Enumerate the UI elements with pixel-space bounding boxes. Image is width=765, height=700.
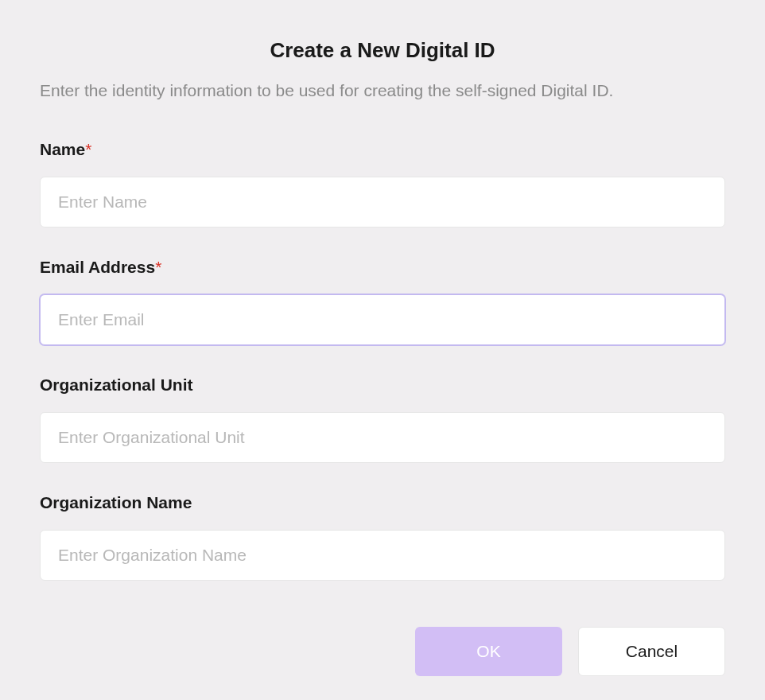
org-name-input[interactable] xyxy=(40,530,725,581)
email-label-text: Email Address xyxy=(40,258,155,276)
cancel-button[interactable]: Cancel xyxy=(578,627,725,676)
name-group: Name* xyxy=(40,140,725,228)
button-row: OK Cancel xyxy=(40,627,725,676)
org-unit-group: Organizational Unit xyxy=(40,375,725,463)
org-unit-label: Organizational Unit xyxy=(40,375,725,395)
email-label: Email Address* xyxy=(40,258,725,277)
name-input[interactable] xyxy=(40,177,725,228)
required-marker: * xyxy=(155,258,161,276)
org-name-group: Organization Name xyxy=(40,493,725,581)
ok-button[interactable]: OK xyxy=(415,627,562,676)
org-unit-input[interactable] xyxy=(40,412,725,463)
org-name-label: Organization Name xyxy=(40,493,725,512)
required-marker: * xyxy=(85,140,91,158)
name-label-text: Name xyxy=(40,140,85,158)
dialog-subtitle: Enter the identity information to be use… xyxy=(40,79,725,102)
email-input[interactable] xyxy=(40,294,725,345)
create-digital-id-dialog: Create a New Digital ID Enter the identi… xyxy=(0,0,765,700)
name-label: Name* xyxy=(40,140,725,159)
email-group: Email Address* xyxy=(40,258,725,345)
dialog-title: Create a New Digital ID xyxy=(40,38,725,63)
